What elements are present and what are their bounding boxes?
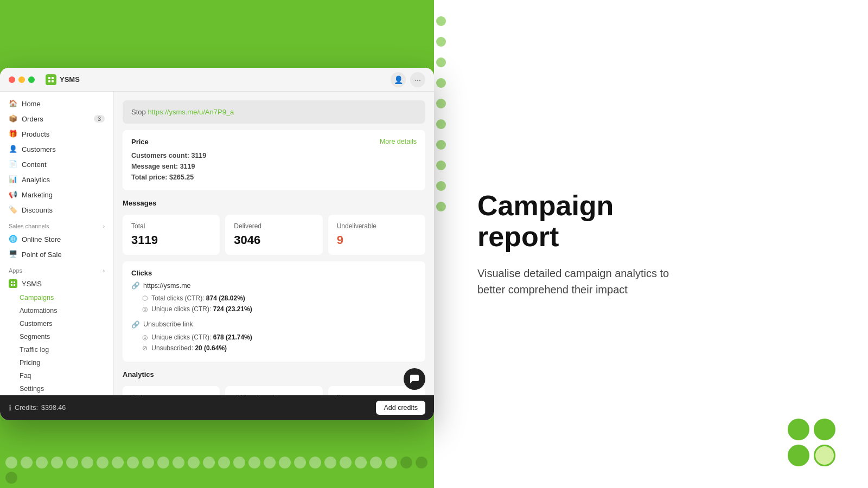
delivered-label: Delivered bbox=[234, 222, 314, 230]
sidebar-item-online-store[interactable]: 🌐 Online Store bbox=[0, 232, 113, 247]
subitem-label: Traffic log bbox=[20, 346, 49, 354]
decoration-dot bbox=[36, 457, 48, 468]
link-icon: 🔗 bbox=[131, 281, 140, 290]
chat-button[interactable] bbox=[404, 368, 425, 390]
sidebar-item-analytics[interactable]: 📊 Analytics bbox=[0, 172, 113, 187]
decoration-dot bbox=[324, 457, 336, 468]
campaign-title-line2: report bbox=[477, 221, 559, 252]
unsubscribed-stat: ⊘ Unsubscribed: 20 (0.64%) bbox=[131, 343, 417, 354]
decoration-dot bbox=[400, 457, 412, 468]
credits-label: Credits: bbox=[15, 404, 38, 412]
unsub-unique-value: 678 (21.74%) bbox=[213, 333, 252, 341]
analytics-stats-grid: Orders 67 AVG order value $40.09 Revenue… bbox=[123, 386, 425, 395]
online-store-icon: 🌐 bbox=[9, 235, 17, 243]
decoration-dot bbox=[157, 457, 169, 468]
decoration-dot bbox=[173, 457, 184, 468]
sidebar-subitem-faq[interactable]: Faq bbox=[0, 369, 113, 382]
sidebar-item-orders[interactable]: 📦 Orders 3 bbox=[0, 111, 113, 126]
svg-rect-1 bbox=[52, 77, 54, 79]
decoration-dot bbox=[218, 457, 230, 468]
undeliverable-stat-card: Undeliverable 9 bbox=[328, 215, 425, 255]
customers-count-value: 3119 bbox=[191, 152, 206, 159]
sidebar-item-home[interactable]: 🏠 Home bbox=[0, 96, 113, 111]
decoration-dot bbox=[203, 457, 215, 468]
decoration-dot bbox=[51, 457, 63, 468]
more-details-link[interactable]: More details bbox=[380, 138, 417, 145]
add-credits-button[interactable]: Add credits bbox=[376, 401, 425, 415]
unique-clicks-value: 724 (23.21%) bbox=[213, 305, 252, 313]
svg-rect-3 bbox=[52, 80, 54, 82]
unsub-unique-stat: ◎ Unique clicks (CTR): 678 (21.74%) bbox=[131, 332, 417, 343]
sidebar-subitem-segments[interactable]: Segments bbox=[0, 330, 113, 343]
sidebar-subitem-automations[interactable]: Automations bbox=[0, 304, 113, 317]
subitem-label: Faq bbox=[20, 372, 31, 380]
window-topbar: YSMS 👤 ··· bbox=[0, 68, 434, 92]
campaign-description: Visualise detailed campaign analytics to… bbox=[477, 265, 684, 298]
logo-dot-tr bbox=[814, 419, 835, 440]
sidebar-item-customers[interactable]: 👤 Customers bbox=[0, 142, 113, 157]
more-options-icon[interactable]: ··· bbox=[410, 72, 425, 87]
minimize-button[interactable] bbox=[18, 76, 25, 83]
decoration-dot bbox=[340, 457, 352, 468]
app-logo-icon bbox=[46, 74, 56, 85]
decoration-dot bbox=[112, 457, 124, 468]
right-panel: Campaign report Visualise detailed campa… bbox=[434, 0, 868, 488]
sidebar-subitem-pricing[interactable]: Pricing bbox=[0, 356, 113, 369]
app-window: YSMS 👤 ··· 🏠 Home 📦 Orders 3 bbox=[0, 68, 434, 420]
total-label: Total bbox=[131, 222, 211, 230]
sidebar: 🏠 Home 📦 Orders 3 🎁 Products 👤 Customers bbox=[0, 92, 114, 395]
campaign-title-line1: Campaign bbox=[477, 190, 614, 221]
unsubscribed-icon: ⊘ bbox=[142, 344, 148, 352]
maximize-button[interactable] bbox=[28, 76, 35, 83]
subitem-label: Customers bbox=[20, 320, 52, 328]
home-icon: 🏠 bbox=[9, 99, 17, 108]
preview-link[interactable]: https://ysms.me/u/An7P9_a bbox=[148, 108, 234, 116]
decoration-dot bbox=[309, 457, 321, 468]
chevron-icon: › bbox=[103, 223, 105, 229]
edge-dot bbox=[436, 16, 446, 26]
edge-dot bbox=[436, 181, 446, 191]
messages-stats-grid: Total 3119 Delivered 3046 Undeliverable … bbox=[123, 215, 425, 255]
sidebar-item-label: Marketing bbox=[22, 191, 53, 199]
apps-label: Apps bbox=[9, 267, 22, 274]
discounts-icon: 🏷️ bbox=[9, 206, 17, 214]
delivered-stat-card: Delivered 3046 bbox=[225, 215, 322, 255]
analytics-title: Analytics bbox=[123, 368, 425, 382]
sidebar-subitem-traffic-log[interactable]: Traffic log bbox=[0, 343, 113, 356]
decoration-dot bbox=[97, 457, 108, 468]
sidebar-item-discounts[interactable]: 🏷️ Discounts bbox=[0, 202, 113, 217]
svg-rect-7 bbox=[14, 284, 15, 286]
edge-dot bbox=[436, 99, 446, 108]
topbar-logo-text: YSMS bbox=[60, 75, 80, 84]
unsubscribed-label: Unsubscribed: bbox=[151, 344, 193, 352]
sidebar-subitem-campaigns[interactable]: Campaigns bbox=[0, 291, 113, 304]
sidebar-item-point-of-sale[interactable]: 🖥️ Point of Sale bbox=[0, 247, 113, 262]
unique-icon: ◎ bbox=[142, 305, 148, 313]
price-section: More details Price Customers count: 3119… bbox=[123, 130, 425, 190]
sidebar-item-products[interactable]: 🎁 Products bbox=[0, 126, 113, 142]
edge-dot bbox=[436, 160, 446, 170]
sidebar-item-content[interactable]: 📄 Content bbox=[0, 157, 113, 172]
info-icon: ℹ bbox=[9, 403, 11, 412]
analytics-icon: 📊 bbox=[9, 175, 17, 184]
sidebar-subitem-customers[interactable]: Customers bbox=[0, 317, 113, 330]
ysms-label: YSMS bbox=[22, 280, 42, 288]
sidebar-item-ysms[interactable]: YSMS bbox=[0, 276, 113, 291]
decoration-dot bbox=[385, 457, 397, 468]
total-stat-card: Total 3119 bbox=[123, 215, 220, 255]
close-button[interactable] bbox=[9, 76, 15, 83]
svg-rect-2 bbox=[48, 80, 50, 82]
decoration-dot bbox=[355, 457, 367, 468]
topbar-logo: YSMS bbox=[46, 74, 80, 85]
sidebar-item-label: Content bbox=[22, 160, 47, 169]
sales-channels-label: Sales channels bbox=[9, 223, 49, 229]
messages-title: Messages bbox=[123, 197, 425, 210]
unsub-unique-label: Unique clicks (CTR): bbox=[151, 333, 211, 341]
subitem-label: Segments bbox=[20, 333, 50, 341]
user-icon[interactable]: 👤 bbox=[391, 72, 406, 87]
sidebar-item-marketing[interactable]: 📢 Marketing bbox=[0, 187, 113, 202]
subitem-label: Settings bbox=[20, 385, 44, 393]
message-sent-label: Message sent: bbox=[131, 163, 178, 170]
sidebar-subitem-settings[interactable]: Settings bbox=[0, 382, 113, 395]
decoration-dot bbox=[416, 457, 427, 468]
